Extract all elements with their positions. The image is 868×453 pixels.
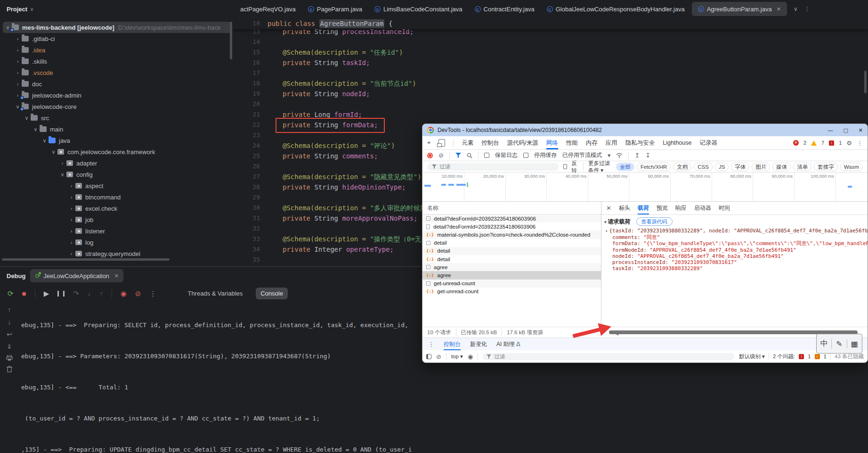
preserve-log-checkbox[interactable] <box>484 153 489 158</box>
chip-manifest[interactable]: 清单 <box>793 163 811 171</box>
chip-fetch-xhr[interactable]: Fetch/XHR <box>637 163 671 171</box>
payload-root[interactable]: ▾{taskId: "2039231093880332289", nodeId:… <box>601 228 868 234</box>
close-icon[interactable]: ✕ <box>859 127 863 133</box>
tree-item-java[interactable]: ∨java <box>0 135 234 146</box>
editor-scrollbar[interactable] <box>864 71 867 93</box>
step-over-icon[interactable]: ↷ <box>73 289 79 298</box>
request-row[interactable]: {:}detail <box>422 255 601 263</box>
maximize-icon[interactable]: ▢ <box>843 127 848 133</box>
chevron-down-icon[interactable]: ∨ <box>794 6 798 12</box>
close-icon[interactable]: ✕ <box>777 6 781 12</box>
close-icon[interactable]: ✕ <box>606 205 611 212</box>
issue-warning-icon[interactable]: ! <box>815 354 820 359</box>
network-overview-timeline[interactable]: 10,000 ms 20,000 ms 30,000 ms 40,000 ms … <box>422 173 868 202</box>
context-selector[interactable]: top ▾ <box>451 353 463 360</box>
ime-keyboard-icon[interactable]: ▦ <box>847 339 862 348</box>
request-row[interactable]: {:}detail <box>422 247 601 255</box>
scroll-up-icon[interactable]: ↑ <box>8 306 11 313</box>
project-panel-header[interactable]: Project ∨ <box>0 0 234 18</box>
tab-payload[interactable]: 载荷 <box>638 202 649 214</box>
scroll-down-icon[interactable]: ↓ <box>8 318 11 326</box>
request-row[interactable]: detail?desFormId=2039232354180603906 <box>422 214 601 222</box>
tab-preview[interactable]: 预览 <box>657 202 668 214</box>
ime-handwriting-icon[interactable]: ✎ <box>832 339 847 348</box>
chip-js[interactable]: JS <box>715 163 729 171</box>
clear-icon[interactable]: ⊘ <box>438 152 444 159</box>
tab-threads-variables[interactable]: Threads & Variables <box>183 288 247 299</box>
tab-console[interactable]: Console <box>256 288 288 299</box>
issue-error-icon[interactable]: ! <box>799 354 804 359</box>
trash-icon[interactable] <box>7 366 12 372</box>
tab-console[interactable]: 控制台 <box>481 136 499 149</box>
request-row[interactable]: detail <box>422 239 601 247</box>
filter-input[interactable]: 过滤 <box>427 163 559 171</box>
chip-socket[interactable]: 套接字 <box>814 163 838 171</box>
tree-item-adapter[interactable]: ›adapter <box>0 157 234 169</box>
scroll-to-end-icon[interactable]: ⇓ <box>7 343 12 350</box>
gear-icon[interactable]: ⚙ <box>846 140 852 147</box>
tree-item-job[interactable]: ›job <box>0 214 234 225</box>
tab-pageparam[interactable]: CPageParam.java <box>302 0 368 18</box>
step-into-icon[interactable]: ↓ <box>88 289 91 297</box>
tree-item-skills[interactable]: ›.skills <box>0 56 234 67</box>
tab-privacy[interactable]: 隐私与安全 <box>625 136 655 149</box>
tab-sources[interactable]: 源代码/来源 <box>507 136 538 149</box>
tree-item-idea[interactable]: ›.idea <box>0 44 234 56</box>
tab-agreebuttonparam[interactable]: CAgreeButtonParam.java✕ <box>692 2 787 16</box>
tab-performance[interactable]: 性能 <box>566 136 578 149</box>
chip-all[interactable]: 全部 <box>616 163 634 171</box>
issues-badge-icon[interactable]: ! <box>829 140 834 146</box>
tree-item-vscode[interactable]: ›.vscode <box>0 67 234 78</box>
tab-limsbasecodeconstant[interactable]: CLimsBaseCodeConstant.java <box>368 0 469 18</box>
tree-item-jeelowcode-admin[interactable]: ›jeelowcode-admin <box>0 90 234 101</box>
tab-elements[interactable]: 元素 <box>462 136 473 149</box>
tree-item-doc[interactable]: ›doc <box>0 78 234 90</box>
request-row[interactable]: {:}get-unread-count <box>422 288 601 296</box>
mute-breakpoints-button[interactable]: ⊘ <box>135 289 141 298</box>
tree-item-main[interactable]: ∨main <box>0 124 234 135</box>
request-row-selected[interactable]: {:}agree <box>422 271 601 279</box>
step-out-icon[interactable]: ↑ <box>99 289 103 297</box>
chip-media[interactable]: 媒体 <box>772 163 791 171</box>
tab-recorder[interactable]: 记录器 <box>699 136 717 149</box>
chip-wasm[interactable]: Wasm <box>840 163 863 171</box>
print-icon[interactable] <box>6 355 13 361</box>
export-har-icon[interactable]: ↧ <box>645 152 650 159</box>
search-icon[interactable] <box>467 153 472 158</box>
tree-item-listener[interactable]: ›listener <box>0 225 234 237</box>
drawer-tab-ai[interactable]: AI 助理 Δ <box>496 338 520 350</box>
tree-horizontal-scrollbar[interactable] <box>2 258 170 261</box>
request-list-header[interactable]: 名称 <box>422 202 601 214</box>
console-sidebar-icon[interactable] <box>426 354 431 359</box>
kebab-icon[interactable]: ⋮ <box>857 140 863 147</box>
chevron-down-icon[interactable]: ∨ <box>30 7 33 12</box>
resume-button[interactable]: ▶ <box>44 289 49 298</box>
filter-funnel-icon[interactable] <box>455 153 461 158</box>
request-row[interactable]: get-unread-count <box>422 280 601 288</box>
view-source-button[interactable]: 查看源代码 <box>636 217 673 226</box>
chip-img[interactable]: 图片 <box>752 163 770 171</box>
error-badge-icon[interactable]: ✕ <box>793 140 799 146</box>
request-row[interactable]: agree <box>422 263 601 271</box>
record-button[interactable] <box>427 153 433 158</box>
kebab-icon[interactable]: ⋮ <box>804 6 810 12</box>
drawer-tab-changes[interactable]: 新变化 <box>470 338 487 350</box>
import-har-icon[interactable]: ↥ <box>634 152 640 159</box>
request-row[interactable]: detail?desFormId=2039232354180603906 <box>422 222 601 231</box>
console-filter-input[interactable]: 过滤 <box>483 353 734 360</box>
log-level-dropdown[interactable]: 默认级别 ▾ <box>739 353 765 360</box>
caret-down-icon[interactable]: ▾ <box>608 152 611 159</box>
drawer-tab-console[interactable]: 控制台 <box>444 338 461 350</box>
throttling-select[interactable]: 已停用节流模式 <box>562 151 602 159</box>
invert-checkbox[interactable] <box>563 164 567 169</box>
chip-css[interactable]: CSS <box>694 163 713 171</box>
kebab-icon[interactable]: ⋮ <box>149 289 156 298</box>
tree-item-log[interactable]: ›log <box>0 237 234 248</box>
tab-application[interactable]: 应用 <box>606 136 617 149</box>
warning-badge-icon[interactable] <box>811 140 817 146</box>
chip-font[interactable]: 字体 <box>731 163 749 171</box>
clear-console-icon[interactable]: ⊘ <box>436 353 441 360</box>
tab-response[interactable]: 响应 <box>675 202 687 214</box>
tree-root[interactable]: ∨ mes-lims-backend [jeelowcode] D:\dev\w… <box>3 22 231 33</box>
ime-toolbar[interactable]: 中 ✎ ▦ <box>816 334 862 354</box>
